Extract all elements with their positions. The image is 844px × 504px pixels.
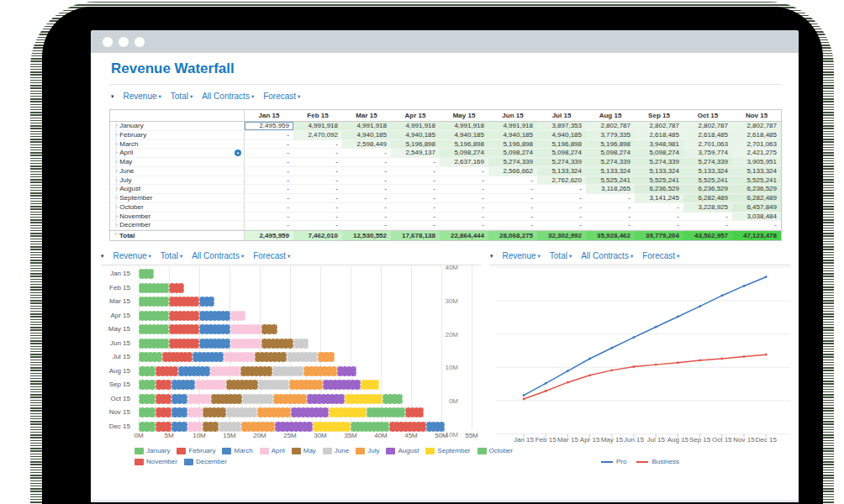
bar-segment-april[interactable] bbox=[230, 311, 245, 321]
table-cell[interactable]: 5,274,339 bbox=[537, 158, 586, 166]
table-cell[interactable]: - bbox=[488, 213, 537, 221]
total-cell[interactable]: 47,123,478 bbox=[732, 231, 781, 240]
table-cell[interactable]: 2,637,169 bbox=[440, 158, 488, 166]
table-cell[interactable]: 3,759,774 bbox=[683, 149, 732, 157]
chevron-down-circle-icon[interactable]: ▾ bbox=[235, 150, 241, 156]
bar-segment-april[interactable] bbox=[230, 324, 261, 334]
table-cell[interactable]: 5,098,274 bbox=[440, 149, 488, 157]
bar-segment-may[interactable] bbox=[203, 422, 219, 432]
table-cell[interactable]: - bbox=[391, 194, 440, 202]
bar-segment-may[interactable] bbox=[211, 394, 243, 404]
column-header[interactable]: Mar 15 bbox=[342, 110, 391, 121]
filter-total[interactable]: Total▾ bbox=[161, 251, 182, 260]
table-cell[interactable]: - bbox=[391, 185, 440, 193]
table-cell[interactable]: - bbox=[635, 221, 683, 229]
column-header[interactable]: Apr 15 bbox=[391, 110, 440, 121]
pro-point[interactable] bbox=[699, 305, 701, 307]
table-cell[interactable]: - bbox=[245, 185, 293, 193]
table-cell[interactable]: 5,525,241 bbox=[635, 176, 683, 185]
bar-segment-january[interactable] bbox=[139, 311, 169, 321]
table-cell[interactable]: - bbox=[537, 221, 586, 229]
pro-point[interactable] bbox=[655, 326, 657, 328]
pro-point[interactable] bbox=[720, 295, 723, 297]
table-cell[interactable]: 2,802,787 bbox=[586, 122, 635, 130]
business-point[interactable] bbox=[523, 398, 525, 401]
table-cell[interactable]: 2,802,787 bbox=[635, 122, 683, 130]
table-cell[interactable]: - bbox=[586, 203, 635, 212]
bar-segment-august[interactable] bbox=[307, 394, 345, 404]
filter-revenue[interactable]: Revenue▾ bbox=[503, 251, 541, 260]
table-cell[interactable]: - bbox=[635, 213, 683, 221]
bar-segment-august[interactable] bbox=[291, 407, 329, 417]
total-cell[interactable]: 12,530,552 bbox=[342, 231, 391, 240]
table-cell[interactable]: 6,236,529 bbox=[683, 185, 732, 193]
bar-segment-october[interactable] bbox=[351, 422, 389, 432]
filter-forecast[interactable]: Forecast▾ bbox=[263, 92, 300, 101]
bar-segment-april[interactable] bbox=[230, 339, 261, 349]
bar-segment-march[interactable] bbox=[171, 407, 187, 417]
table-cell[interactable]: - bbox=[488, 221, 537, 229]
legend-item-pro[interactable]: Pro bbox=[601, 458, 626, 465]
table-cell[interactable]: - bbox=[342, 158, 391, 166]
window-control-close-icon[interactable] bbox=[103, 37, 113, 47]
table-cell[interactable]: - bbox=[293, 221, 342, 229]
table-cell[interactable]: 6,457,849 bbox=[732, 203, 781, 212]
bar-segment-june[interactable] bbox=[219, 422, 241, 432]
table-cell[interactable]: 5,133,324 bbox=[586, 167, 635, 176]
table-cell[interactable]: - bbox=[440, 167, 488, 176]
table-cell[interactable]: - bbox=[586, 194, 635, 202]
business-point[interactable] bbox=[588, 374, 591, 376]
pro-point[interactable] bbox=[523, 394, 525, 396]
table-cell[interactable]: - bbox=[732, 221, 781, 229]
bar-segment-march[interactable] bbox=[178, 366, 209, 376]
table-cell[interactable]: 5,274,339 bbox=[635, 158, 683, 166]
row-label[interactable]: ├July bbox=[110, 176, 245, 185]
bar-segment-march[interactable] bbox=[171, 380, 195, 390]
business-point[interactable] bbox=[720, 358, 723, 360]
table-cell[interactable]: 5,196,898 bbox=[391, 140, 440, 149]
pro-point[interactable] bbox=[588, 358, 591, 360]
bar-segment-march[interactable] bbox=[171, 394, 187, 404]
table-cell[interactable]: 4,991,918 bbox=[391, 122, 440, 130]
bar-segment-january[interactable] bbox=[139, 339, 169, 349]
total-cell[interactable]: 32,302,992 bbox=[537, 231, 586, 240]
bar-segment-april[interactable] bbox=[187, 394, 210, 404]
legend-item-april[interactable]: April bbox=[260, 447, 285, 454]
bar-segment-september[interactable] bbox=[361, 380, 380, 390]
bar-segment-january[interactable] bbox=[139, 269, 154, 279]
table-cell[interactable]: - bbox=[440, 203, 488, 212]
column-header[interactable]: Aug 15 bbox=[586, 110, 635, 121]
legend-item-business[interactable]: Business bbox=[636, 458, 678, 465]
table-cell[interactable]: 2,618,485 bbox=[683, 131, 732, 139]
bar-segment-january[interactable] bbox=[139, 422, 156, 432]
bar-segment-june[interactable] bbox=[226, 407, 257, 417]
business-point[interactable] bbox=[633, 365, 636, 368]
table-cell[interactable]: - bbox=[683, 221, 732, 229]
bar-segment-july[interactable] bbox=[241, 422, 275, 432]
table-cell[interactable]: 5,196,898 bbox=[488, 140, 537, 149]
total-cell[interactable]: 17,678,138 bbox=[391, 231, 440, 240]
table-cell[interactable]: 5,196,898 bbox=[537, 140, 586, 149]
total-cell[interactable]: 7,462,010 bbox=[293, 231, 342, 240]
legend-item-february[interactable]: February bbox=[177, 447, 215, 454]
table-cell[interactable]: - bbox=[586, 213, 635, 221]
legend-item-june[interactable]: June bbox=[323, 447, 349, 454]
table-cell[interactable]: 2,802,787 bbox=[683, 122, 732, 130]
table-cell[interactable]: - bbox=[342, 149, 391, 157]
bar-segment-february[interactable] bbox=[169, 324, 199, 334]
bar-segment-may[interactable] bbox=[261, 339, 293, 349]
bar-segment-august[interactable] bbox=[275, 422, 313, 432]
column-header[interactable]: Jan 15 bbox=[245, 110, 293, 121]
filter-all-contracts[interactable]: All Contracts▾ bbox=[202, 92, 254, 101]
table-cell[interactable]: 3,948,981 bbox=[635, 140, 683, 149]
table-cell[interactable]: 2,618,485 bbox=[732, 131, 781, 139]
table-cell[interactable]: 2,549,137 bbox=[391, 149, 440, 157]
bar-segment-january[interactable] bbox=[139, 297, 169, 307]
table-cell[interactable]: 3,228,925 bbox=[683, 203, 732, 212]
table-cell[interactable]: 2,421,275 bbox=[732, 149, 781, 157]
bar-segment-april[interactable] bbox=[187, 407, 202, 417]
bar-segment-november[interactable] bbox=[405, 407, 424, 417]
bar-segment-december[interactable] bbox=[426, 422, 445, 432]
row-label[interactable]: ├August bbox=[110, 185, 245, 193]
bar-segment-june[interactable] bbox=[242, 394, 273, 404]
